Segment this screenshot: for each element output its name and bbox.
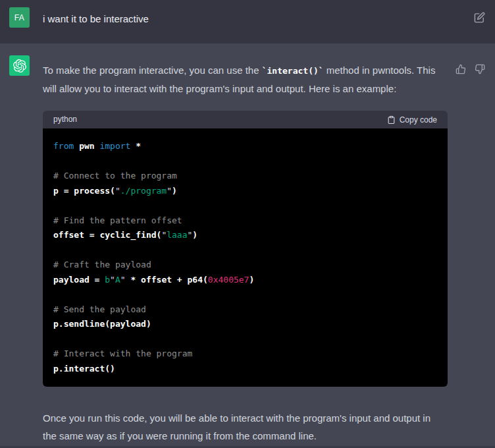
inline-code-interact: `interact()` <box>262 66 324 76</box>
user-message-text: i want it to be interactive <box>43 13 465 26</box>
code-language-label: python <box>53 111 77 128</box>
clipboard-icon <box>387 115 396 125</box>
thumbs-up-button[interactable] <box>456 64 466 74</box>
assistant-paragraph-closing: Once you run this code, you will be able… <box>43 409 446 445</box>
copy-code-button[interactable]: Copy code <box>387 115 437 125</box>
user-avatar: FA <box>9 7 30 28</box>
thumbs-down-icon <box>475 64 485 74</box>
edit-message-button[interactable] <box>474 12 485 23</box>
user-avatar-initials: FA <box>14 13 24 22</box>
user-message-row: FA i want it to be interactive <box>0 0 495 43</box>
chat-page: FA i want it to be interactive To make t… <box>0 0 495 448</box>
assistant-message-row: To make the program interactive, you can… <box>0 43 495 445</box>
thumbs-down-button[interactable] <box>475 64 485 74</box>
code-block: python Copy code from pwn import *# Conn… <box>43 111 448 387</box>
edit-pencil-square-icon <box>474 12 485 23</box>
code-content: from pwn import *# Connect to the progra… <box>43 128 448 387</box>
code-block-header: python Copy code <box>43 111 448 128</box>
thumbs-up-icon <box>456 64 466 74</box>
assistant-paragraph-intro: To make the program interactive, you can… <box>43 61 446 98</box>
copy-code-label: Copy code <box>400 115 437 125</box>
feedback-buttons <box>456 64 485 74</box>
assistant-avatar <box>9 55 30 76</box>
openai-logo-icon <box>13 59 26 72</box>
intro-text-before: To make the program interactive, you can… <box>43 65 262 76</box>
assistant-message-content: To make the program interactive, you can… <box>43 61 446 445</box>
